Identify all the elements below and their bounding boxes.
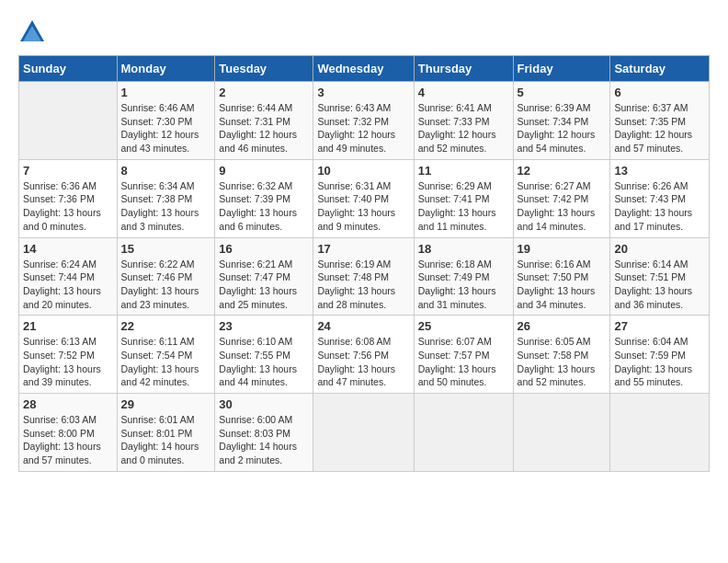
day-cell [610,394,710,472]
day-number: 24 [317,319,409,333]
day-cell: 12Sunrise: 6:27 AM Sunset: 7:42 PM Dayli… [513,159,610,237]
day-number: 25 [418,319,509,333]
calendar-table: SundayMondayTuesdayWednesdayThursdayFrid… [18,55,710,472]
day-number: 21 [23,319,113,333]
day-number: 5 [518,86,607,99]
day-cell [19,82,118,160]
day-info: Sunrise: 6:22 AM Sunset: 7:46 PM Dayligh… [121,258,211,312]
day-info: Sunrise: 6:27 AM Sunset: 7:42 PM Dayligh… [518,179,607,234]
header-row: SundayMondayTuesdayWednesdayThursdayFrid… [19,56,710,82]
day-cell: 21Sunrise: 6:13 AM Sunset: 7:52 PM Dayli… [19,316,118,394]
header-cell-monday: Monday [117,56,215,82]
day-info: Sunrise: 6:39 AM Sunset: 7:34 PM Dayligh… [518,101,607,155]
day-info: Sunrise: 6:08 AM Sunset: 7:56 PM Dayligh… [317,335,409,389]
day-number: 22 [121,319,211,333]
day-info: Sunrise: 6:07 AM Sunset: 7:57 PM Dayligh… [418,335,509,389]
day-number: 3 [317,86,409,99]
day-cell [313,394,414,472]
header-cell-tuesday: Tuesday [215,56,313,82]
day-number: 2 [219,86,309,99]
day-cell: 17Sunrise: 6:19 AM Sunset: 7:48 PM Dayli… [313,237,414,316]
day-number: 23 [219,319,309,333]
day-cell: 14Sunrise: 6:24 AM Sunset: 7:44 PM Dayli… [19,237,118,316]
week-row-4: 21Sunrise: 6:13 AM Sunset: 7:52 PM Dayli… [19,316,710,394]
day-cell: 30Sunrise: 6:00 AM Sunset: 8:03 PM Dayli… [215,394,313,472]
day-cell: 18Sunrise: 6:18 AM Sunset: 7:49 PM Dayli… [414,237,513,316]
day-cell: 6Sunrise: 6:37 AM Sunset: 7:35 PM Daylig… [610,82,710,160]
day-info: Sunrise: 6:18 AM Sunset: 7:49 PM Dayligh… [418,258,509,312]
day-cell: 15Sunrise: 6:22 AM Sunset: 7:46 PM Dayli… [117,237,215,316]
day-number: 10 [317,164,409,178]
day-info: Sunrise: 6:03 AM Sunset: 8:00 PM Dayligh… [23,413,113,467]
day-cell: 7Sunrise: 6:36 AM Sunset: 7:36 PM Daylig… [19,159,118,237]
day-info: Sunrise: 6:11 AM Sunset: 7:54 PM Dayligh… [121,335,211,389]
day-info: Sunrise: 6:34 AM Sunset: 7:38 PM Dayligh… [121,179,211,234]
day-number: 29 [121,397,211,411]
week-row-3: 14Sunrise: 6:24 AM Sunset: 7:44 PM Dayli… [19,237,710,316]
day-cell: 25Sunrise: 6:07 AM Sunset: 7:57 PM Dayli… [414,316,513,394]
day-info: Sunrise: 6:41 AM Sunset: 7:33 PM Dayligh… [418,101,509,155]
logo-icon [18,18,46,46]
day-cell: 24Sunrise: 6:08 AM Sunset: 7:56 PM Dayli… [313,316,414,394]
header-cell-friday: Friday [513,56,610,82]
header-cell-saturday: Saturday [610,56,710,82]
week-row-1: 1Sunrise: 6:46 AM Sunset: 7:30 PM Daylig… [19,82,710,160]
day-number: 6 [614,86,705,99]
day-cell: 3Sunrise: 6:43 AM Sunset: 7:32 PM Daylig… [313,82,414,160]
day-number: 18 [418,242,509,256]
week-row-2: 7Sunrise: 6:36 AM Sunset: 7:36 PM Daylig… [19,159,710,237]
day-number: 15 [121,242,211,256]
day-info: Sunrise: 6:04 AM Sunset: 7:59 PM Dayligh… [614,335,705,389]
day-number: 20 [614,242,705,256]
day-number: 17 [317,242,409,256]
day-cell: 16Sunrise: 6:21 AM Sunset: 7:47 PM Dayli… [215,237,313,316]
day-cell: 2Sunrise: 6:44 AM Sunset: 7:31 PM Daylig… [215,82,313,160]
day-number: 9 [219,164,309,178]
day-number: 19 [518,242,607,256]
day-info: Sunrise: 6:16 AM Sunset: 7:50 PM Dayligh… [518,258,607,312]
header-cell-wednesday: Wednesday [313,56,414,82]
day-cell [513,394,610,472]
day-info: Sunrise: 6:32 AM Sunset: 7:39 PM Dayligh… [219,179,309,234]
day-info: Sunrise: 6:01 AM Sunset: 8:01 PM Dayligh… [121,413,211,467]
day-number: 16 [219,242,309,256]
logo [18,18,50,46]
day-info: Sunrise: 6:14 AM Sunset: 7:51 PM Dayligh… [614,258,705,312]
day-cell: 9Sunrise: 6:32 AM Sunset: 7:39 PM Daylig… [215,159,313,237]
day-info: Sunrise: 6:05 AM Sunset: 7:58 PM Dayligh… [518,335,607,389]
day-info: Sunrise: 6:26 AM Sunset: 7:43 PM Dayligh… [614,179,705,234]
day-cell: 13Sunrise: 6:26 AM Sunset: 7:43 PM Dayli… [610,159,710,237]
day-cell: 20Sunrise: 6:14 AM Sunset: 7:51 PM Dayli… [610,237,710,316]
day-info: Sunrise: 6:46 AM Sunset: 7:30 PM Dayligh… [121,101,211,155]
day-number: 8 [121,164,211,178]
day-cell [414,394,513,472]
day-cell: 11Sunrise: 6:29 AM Sunset: 7:41 PM Dayli… [414,159,513,237]
day-info: Sunrise: 6:00 AM Sunset: 8:03 PM Dayligh… [219,413,309,467]
day-number: 26 [518,319,607,333]
day-info: Sunrise: 6:37 AM Sunset: 7:35 PM Dayligh… [614,101,705,155]
day-cell: 23Sunrise: 6:10 AM Sunset: 7:55 PM Dayli… [215,316,313,394]
day-cell: 22Sunrise: 6:11 AM Sunset: 7:54 PM Dayli… [117,316,215,394]
day-info: Sunrise: 6:44 AM Sunset: 7:31 PM Dayligh… [219,101,309,155]
week-row-5: 28Sunrise: 6:03 AM Sunset: 8:00 PM Dayli… [19,394,710,472]
day-info: Sunrise: 6:36 AM Sunset: 7:36 PM Dayligh… [23,179,113,234]
day-cell: 19Sunrise: 6:16 AM Sunset: 7:50 PM Dayli… [513,237,610,316]
day-cell: 29Sunrise: 6:01 AM Sunset: 8:01 PM Dayli… [117,394,215,472]
day-number: 12 [518,164,607,178]
day-cell: 28Sunrise: 6:03 AM Sunset: 8:00 PM Dayli… [19,394,118,472]
day-cell: 27Sunrise: 6:04 AM Sunset: 7:59 PM Dayli… [610,316,710,394]
day-cell: 10Sunrise: 6:31 AM Sunset: 7:40 PM Dayli… [313,159,414,237]
day-info: Sunrise: 6:43 AM Sunset: 7:32 PM Dayligh… [317,101,409,155]
day-cell: 5Sunrise: 6:39 AM Sunset: 7:34 PM Daylig… [513,82,610,160]
day-number: 7 [23,164,113,178]
day-number: 27 [614,319,705,333]
day-number: 14 [23,242,113,256]
day-cell: 26Sunrise: 6:05 AM Sunset: 7:58 PM Dayli… [513,316,610,394]
day-number: 4 [418,86,509,99]
day-cell: 1Sunrise: 6:46 AM Sunset: 7:30 PM Daylig… [117,82,215,160]
day-info: Sunrise: 6:19 AM Sunset: 7:48 PM Dayligh… [317,258,409,312]
day-number: 28 [23,397,113,411]
day-info: Sunrise: 6:21 AM Sunset: 7:47 PM Dayligh… [219,258,309,312]
header-cell-sunday: Sunday [19,56,118,82]
day-info: Sunrise: 6:10 AM Sunset: 7:55 PM Dayligh… [219,335,309,389]
